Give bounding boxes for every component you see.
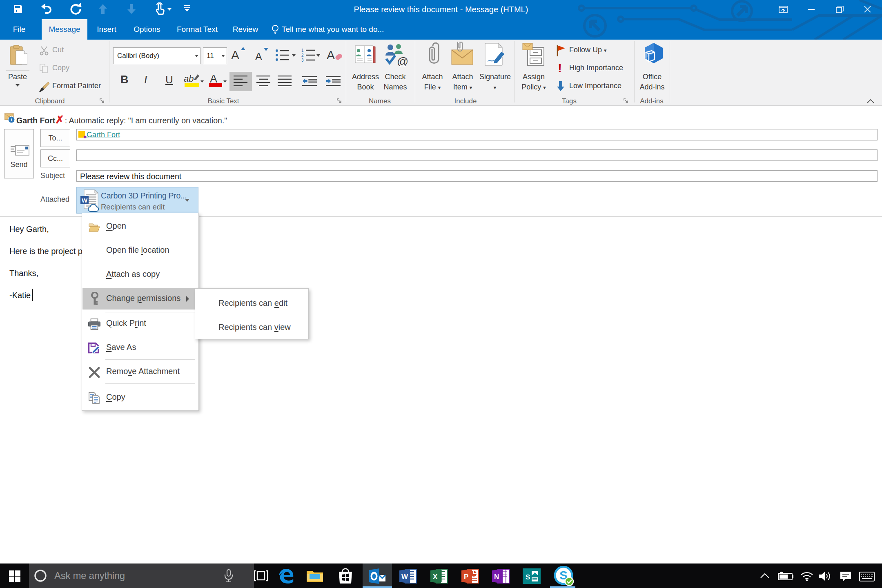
svg-text:S: S — [526, 573, 530, 581]
svg-text:X: X — [433, 573, 438, 581]
svg-text:W: W — [401, 573, 408, 581]
svg-text:2: 2 — [301, 53, 304, 58]
svg-text:N: N — [494, 573, 499, 581]
svg-text:W: W — [82, 197, 88, 204]
svg-text:3: 3 — [301, 58, 304, 62]
svg-text:@: @ — [397, 55, 408, 66]
svg-text:1: 1 — [301, 48, 304, 53]
svg-text:P: P — [464, 573, 468, 581]
